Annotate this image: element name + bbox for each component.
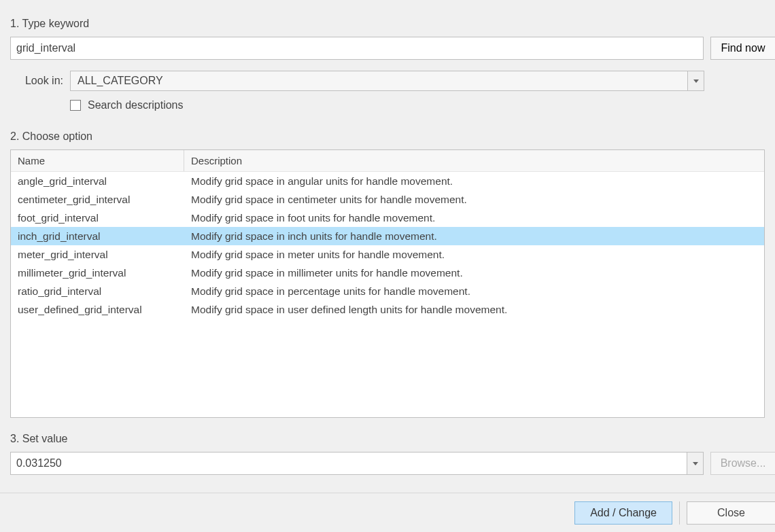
search-descriptions-checkbox[interactable] — [70, 100, 81, 111]
keyword-input[interactable] — [10, 37, 704, 60]
row-description: Modify grid space in angular units for h… — [184, 172, 764, 190]
table-row[interactable]: ratio_grid_intervalModify grid space in … — [11, 282, 764, 300]
row-name: inch_grid_interval — [11, 227, 184, 245]
step2-label: 2. Choose option — [10, 130, 765, 143]
row-description: Modify grid space in centimeter units fo… — [184, 190, 764, 209]
table-body: angle_grid_intervalModify grid space in … — [11, 172, 764, 417]
options-table: Name Description angle_grid_intervalModi… — [10, 149, 765, 418]
add-change-button[interactable]: Add / Change — [574, 501, 672, 525]
find-now-button[interactable]: Find now — [710, 37, 775, 60]
row-name: ratio_grid_interval — [11, 282, 184, 300]
column-name[interactable]: Name — [11, 150, 184, 171]
row-name: angle_grid_interval — [11, 172, 184, 190]
category-value: ALL_CATEGORY — [71, 71, 687, 90]
value-combo[interactable] — [10, 452, 704, 475]
table-row[interactable]: millimeter_grid_intervalModify grid spac… — [11, 264, 764, 282]
table-row[interactable]: centimeter_grid_intervalModify grid spac… — [11, 190, 764, 209]
row-description: Modify grid space in foot units for hand… — [184, 209, 764, 227]
row-description: Modify grid space in millimeter units fo… — [184, 264, 764, 282]
table-row[interactable]: foot_grid_intervalModify grid space in f… — [11, 209, 764, 227]
row-description: Modify grid space in user defined length… — [184, 300, 764, 319]
look-in-label: Look in: — [10, 75, 63, 87]
browse-button: Browse... — [710, 452, 775, 475]
row-name: foot_grid_interval — [11, 209, 184, 227]
row-name: centimeter_grid_interval — [11, 190, 184, 209]
table-row[interactable]: user_defined_grid_intervalModify grid sp… — [11, 300, 764, 319]
row-name: user_defined_grid_interval — [11, 300, 184, 319]
row-description: Modify grid space in inch units for hand… — [184, 227, 764, 245]
search-descriptions-label: Search descriptions — [88, 99, 184, 111]
row-description: Modify grid space in percentage units fo… — [184, 282, 764, 300]
table-row[interactable]: angle_grid_intervalModify grid space in … — [11, 172, 764, 190]
chevron-down-icon[interactable] — [687, 71, 704, 90]
close-button[interactable]: Close — [687, 501, 775, 525]
column-description[interactable]: Description — [184, 150, 764, 171]
footer: Add / Change Close — [0, 493, 775, 532]
divider — [679, 501, 680, 525]
table-row[interactable]: meter_grid_intervalModify grid space in … — [11, 245, 764, 264]
table-row[interactable]: inch_grid_intervalModify grid space in i… — [11, 227, 764, 245]
step3-label: 3. Set value — [10, 433, 765, 445]
category-select[interactable]: ALL_CATEGORY — [70, 71, 704, 91]
chevron-down-icon[interactable] — [687, 453, 703, 474]
row-name: meter_grid_interval — [11, 245, 184, 264]
row-name: millimeter_grid_interval — [11, 264, 184, 282]
step1-label: 1. Type keyword — [10, 18, 765, 30]
value-input[interactable] — [11, 453, 687, 474]
table-header: Name Description — [11, 150, 764, 172]
row-description: Modify grid space in meter units for han… — [184, 245, 764, 264]
